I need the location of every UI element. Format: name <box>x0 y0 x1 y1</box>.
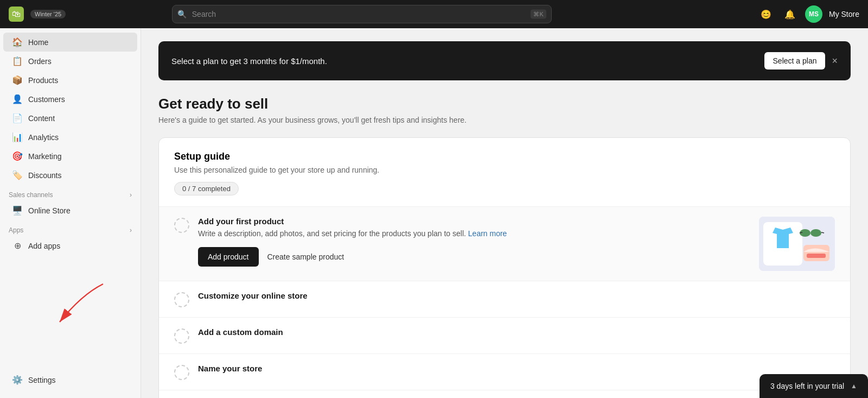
notification-icon-button[interactable]: 🔔 <box>781 5 799 23</box>
sidebar-item-label: Marketing <box>28 152 61 161</box>
banner-actions: Select a plan × <box>764 52 838 70</box>
sidebar-item-label: Analytics <box>28 133 59 142</box>
setup-item-actions: Add product Create sample product <box>198 247 748 267</box>
sidebar-item-label: Online Store <box>28 206 71 215</box>
sidebar-item-content[interactable]: 📄 Content <box>3 109 137 128</box>
trial-bar[interactable]: 3 days left in your trial ▲ <box>760 374 868 398</box>
search-container: 🔍 ⌘K <box>172 5 552 23</box>
online-store-icon: 🖥️ <box>12 205 23 216</box>
trial-banner: Select a plan to get 3 months for $1/mon… <box>158 41 851 80</box>
customers-icon: 👤 <box>12 94 23 104</box>
apps-chevron-icon[interactable]: › <box>130 226 132 234</box>
page-subtitle: Here's a guide to get started. As your b… <box>158 116 851 124</box>
sidebar: 🏠 Home 📋 Orders 📦 Products 👤 Customers 📄… <box>0 28 141 398</box>
setup-item-shipping-rates[interactable]: Set your shipping rates <box>159 390 850 398</box>
setup-guide-subtitle: Use this personalized guide to get your … <box>174 166 835 174</box>
svg-rect-6 <box>807 254 826 258</box>
topnav-actions: 😊 🔔 MS My Store <box>757 5 859 23</box>
sidebar-item-discounts[interactable]: 🏷️ Discounts <box>3 166 137 185</box>
sidebar-item-label: Customers <box>28 95 65 104</box>
products-icon: 📦 <box>12 75 23 85</box>
shopify-logo-icon: 🛍 <box>9 7 24 22</box>
setup-item-name-store[interactable]: Name your store <box>159 354 850 390</box>
customer-icon-button[interactable]: 😊 <box>757 5 775 23</box>
sales-channels-chevron-icon[interactable]: › <box>130 191 132 199</box>
setup-item-customize-store[interactable]: Customize your online store <box>159 281 850 318</box>
learn-more-link[interactable]: Learn more <box>468 229 507 238</box>
sidebar-item-label: Orders <box>28 57 52 66</box>
sidebar-item-products[interactable]: 📦 Products <box>3 71 137 90</box>
main-content: Select a plan to get 3 months for $1/mon… <box>141 28 868 398</box>
topnav: 🛍 shopify Winter '25 🔍 ⌘K 😊 🔔 MS My Stor… <box>0 0 868 28</box>
add-product-button[interactable]: Add product <box>198 247 259 267</box>
setup-item-content-add-product: Add your first product Write a descripti… <box>198 217 748 267</box>
sidebar-item-add-apps[interactable]: ⊕ Add apps <box>3 236 137 255</box>
setup-item-title: Add your first product <box>198 217 748 226</box>
setup-item-checkbox-custom-domain[interactable] <box>174 328 189 344</box>
content-icon: 📄 <box>12 113 23 123</box>
progress-badge: 0 / 7 completed <box>174 182 239 195</box>
progress-text: 0 / 7 completed <box>182 185 231 193</box>
logo[interactable]: 🛍 shopify <box>9 7 24 22</box>
trial-bar-chevron-icon: ▲ <box>851 382 857 390</box>
apps-label: Apps <box>9 226 23 234</box>
setup-item-desc: Write a description, add photos, and set… <box>198 228 748 239</box>
sidebar-item-analytics[interactable]: 📊 Analytics <box>3 128 137 147</box>
search-shortcut-badge: ⌘K <box>531 10 546 19</box>
product-illustration <box>759 217 835 271</box>
setup-guide-card: Setup guide Use this personalized guide … <box>158 137 851 398</box>
select-plan-button[interactable]: Select a plan <box>764 52 826 70</box>
search-input[interactable] <box>172 5 552 23</box>
add-apps-icon: ⊕ <box>12 241 23 251</box>
sidebar-item-label: Discounts <box>28 171 61 180</box>
sidebar-item-label: Settings <box>28 376 56 384</box>
settings-icon: ⚙️ <box>12 375 23 385</box>
sidebar-item-customers[interactable]: 👤 Customers <box>3 90 137 109</box>
store-name-label[interactable]: My Store <box>829 10 859 18</box>
setup-item-add-product[interactable]: Add your first product Write a descripti… <box>159 207 850 281</box>
setup-item-content-name-store: Name your store <box>198 364 835 375</box>
sidebar-item-label: Content <box>28 114 55 123</box>
sidebar-item-home[interactable]: 🏠 Home <box>3 33 137 52</box>
sidebar-item-label: Products <box>28 76 58 85</box>
sidebar-item-label: Home <box>28 38 48 47</box>
setup-item-checkbox-add-product[interactable] <box>174 218 189 233</box>
sidebar-bottom: ⚙️ Settings <box>0 366 141 394</box>
setup-item-checkbox-customize-store[interactable] <box>174 292 189 307</box>
discounts-icon: 🏷️ <box>12 170 23 180</box>
page-title: Get ready to sell <box>158 96 851 112</box>
avatar[interactable]: MS <box>805 5 822 23</box>
sidebar-item-orders[interactable]: 📋 Orders <box>3 52 137 71</box>
setup-item-title: Name your store <box>198 364 835 373</box>
marketing-icon: 🎯 <box>12 151 23 161</box>
svg-rect-5 <box>803 245 829 261</box>
setup-item-content-custom-domain: Add a custom domain <box>198 327 835 339</box>
sales-channels-label: Sales channels <box>9 191 53 199</box>
setup-item-title: Add a custom domain <box>198 327 835 337</box>
trial-bar-text: 3 days left in your trial <box>770 382 844 390</box>
sidebar-item-online-store[interactable]: 🖥️ Online Store <box>3 201 137 220</box>
orders-icon: 📋 <box>12 56 23 66</box>
setup-guide-header: Setup guide Use this personalized guide … <box>159 138 850 207</box>
product-illustration-svg <box>759 217 835 271</box>
setup-item-title: Customize your online store <box>198 291 835 300</box>
season-badge: Winter '25 <box>30 10 66 18</box>
home-icon: 🏠 <box>12 37 23 47</box>
banner-text: Select a plan to get 3 months for $1/mon… <box>171 56 327 66</box>
setup-item-checkbox-name-store[interactable] <box>174 365 189 380</box>
setup-item-content-customize-store: Customize your online store <box>198 291 835 302</box>
sales-channels-section: Sales channels › <box>0 185 141 201</box>
banner-close-button[interactable]: × <box>832 55 838 67</box>
setup-item-custom-domain[interactable]: Add a custom domain <box>159 318 850 354</box>
sidebar-item-marketing[interactable]: 🎯 Marketing <box>3 147 137 166</box>
setup-guide-title: Setup guide <box>174 151 835 162</box>
svg-point-3 <box>810 229 821 237</box>
create-sample-product-button[interactable]: Create sample product <box>265 247 347 267</box>
sidebar-item-settings[interactable]: ⚙️ Settings <box>3 370 137 389</box>
sidebar-item-label: Add apps <box>28 242 60 250</box>
apps-section: Apps › <box>0 220 141 236</box>
search-icon: 🔍 <box>177 10 187 18</box>
analytics-icon: 📊 <box>12 132 23 142</box>
